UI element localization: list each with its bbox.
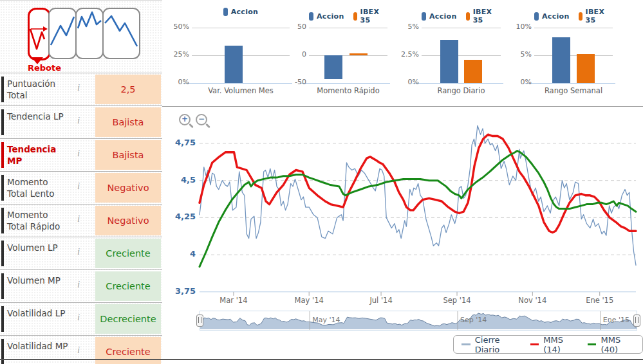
indicator-value: Negativo (95, 206, 161, 235)
indicator-value: Bajista (95, 140, 161, 170)
axis-tick-label: 50% (162, 23, 189, 31)
axis-tick-label: 0% (162, 78, 189, 86)
legend-item-mms-40-[interactable]: MMS (40) (588, 335, 635, 354)
indicator-row[interactable]: Momento Total RápidoiNegativo (0, 204, 162, 237)
pattern-card-peaks[interactable] (75, 8, 104, 59)
info-icon[interactable]: i (72, 82, 85, 93)
legend-item[interactable]: Accion (534, 8, 570, 24)
stock-analysis-dashboard: Rebote Puntuación Totali2,5Tendencia LPi… (0, 0, 643, 364)
indicator-label: Momento Total Lento (7, 176, 69, 199)
row-accent-bar (1, 273, 4, 299)
info-icon[interactable]: i (72, 181, 85, 192)
legend-swatch-icon (422, 12, 426, 21)
x-axis-label: Jul '14 (359, 296, 404, 305)
indicator-value: Negativo (95, 173, 161, 203)
indicator-label: Volumen LP (7, 242, 69, 253)
row-accent-bar (1, 241, 4, 266)
legend-item[interactable]: IBEX 35 (466, 8, 501, 24)
y-axis-label: 4,25 (162, 212, 196, 221)
bar-accion (552, 37, 570, 83)
legend-item-label: MMS (14) (543, 335, 577, 354)
chart-title: Rango Semanal (534, 86, 613, 95)
indicator-row[interactable]: Volumen MPiCreciente (0, 269, 162, 302)
gridline (192, 28, 290, 28)
indicator-row[interactable]: Puntuación Totali2,5 (0, 73, 162, 105)
indicator-label: Volatilidad MP (7, 340, 69, 352)
peaks-pattern-icon (77, 9, 102, 58)
y-axis-label: 4,75 (162, 138, 196, 147)
indicator-value: Decreciente (95, 304, 161, 334)
indicator-value: Bajista (95, 107, 161, 137)
navigator-track[interactable] (200, 311, 637, 331)
axis-tick-label: 50 (279, 23, 306, 31)
x-axis-label: Ene '15 (577, 296, 622, 305)
chart-title: Rango Diario (422, 86, 501, 95)
chart-legend: AccionIBEX 35 (422, 8, 501, 24)
gridline (422, 28, 501, 28)
navigator-handle-right[interactable] (633, 314, 640, 327)
legend-item-mms-14-[interactable]: MMS (14) (530, 335, 577, 354)
indicator-row[interactable]: Volumen LPiCreciente (0, 237, 162, 269)
pattern-card-uptrend[interactable] (48, 8, 77, 59)
indicator-label: Tendencia MP (7, 143, 69, 167)
legend-item[interactable]: IBEX 35 (579, 8, 613, 24)
info-icon[interactable]: i (72, 345, 85, 356)
pattern-card-downtrend[interactable] (102, 8, 140, 59)
main-chart-svg (162, 106, 643, 309)
legend-swatch-icon (466, 12, 470, 21)
chart-legend: AccionIBEX 35 (534, 8, 613, 24)
x-axis-label: May '14 (286, 296, 331, 305)
indicator-value: 2,5 (95, 75, 161, 104)
legend-item-cierre-diario[interactable]: Cierre Diario (461, 335, 520, 354)
chart-legend: AccionIBEX 35 (309, 8, 387, 24)
indicator-table: Puntuación Totali2,5Tendencia LPiBajista… (0, 73, 162, 364)
navigator-label: Ene '15 (603, 316, 629, 324)
axis-tick-label: 5% (392, 23, 419, 31)
legend-line-swatch (530, 343, 539, 345)
indicator-row[interactable]: Volatilidad LPiDecreciente (0, 302, 162, 335)
info-icon[interactable]: i (72, 279, 85, 290)
navigator-handle-left[interactable] (196, 314, 203, 327)
indicator-row[interactable]: Tendencia LPiBajista (0, 105, 162, 138)
gridline (300, 83, 390, 84)
legend-item[interactable]: IBEX 35 (353, 8, 387, 24)
indicator-label: Puntuación Total (7, 78, 69, 101)
axis-tick-label: 0% (392, 78, 419, 86)
indicator-row[interactable]: Momento Total LentoiNegativo (0, 171, 162, 204)
info-icon[interactable]: i (72, 312, 85, 323)
x-axis-label: Sep '14 (434, 296, 480, 305)
info-icon[interactable]: i (72, 214, 85, 224)
downtrend-pattern-icon (104, 9, 139, 58)
chart-legend: Accion (192, 8, 290, 16)
axis-tick-label: 2.5% (392, 50, 419, 59)
pattern-card-rebote[interactable] (28, 8, 51, 60)
y-axis-label: 3,75 (162, 286, 196, 296)
row-accent-bar (1, 175, 4, 201)
legend-swatch-icon (309, 12, 313, 21)
navigator-label: May '14 (312, 316, 340, 324)
legend-swatch-icon (579, 12, 582, 21)
indicator-value: Creciente (95, 271, 161, 301)
indicator-label: Volumen MP (7, 275, 69, 286)
legend-line-swatch (588, 343, 597, 345)
legend-item[interactable]: Accion (309, 8, 344, 24)
series-mms-40- (200, 151, 636, 267)
info-icon[interactable]: i (72, 148, 85, 159)
indicator-row[interactable]: Tendencia MPiBajista (0, 138, 162, 171)
legend-item[interactable]: Accion (422, 8, 457, 24)
indicator-label: Volatilidad LP (7, 307, 69, 319)
left-panel: Rebote Puntuación Totali2,5Tendencia LPi… (0, 0, 162, 364)
indicator-label: Tendencia LP (7, 111, 69, 122)
row-accent-bar (1, 77, 4, 102)
row-accent-bar (1, 208, 4, 233)
row-accent-bar (1, 142, 4, 168)
info-icon[interactable]: i (72, 115, 85, 126)
legend-item[interactable]: Accion (223, 8, 259, 16)
selected-pattern-label: Rebote (23, 63, 66, 73)
chart-title: Var. Volumen Mes (192, 86, 290, 95)
bar-accion (440, 40, 458, 83)
legend-label: Accion (429, 12, 457, 21)
info-icon[interactable]: i (72, 246, 85, 257)
legend-swatch-icon (223, 8, 228, 16)
gridline (183, 83, 292, 84)
